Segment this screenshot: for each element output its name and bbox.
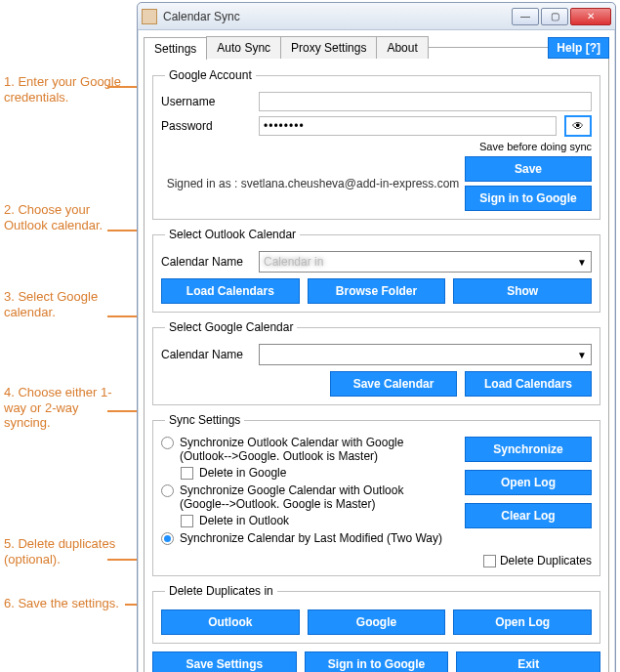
clear-log-button[interactable]: Clear Log [465, 503, 592, 528]
tab-settings[interactable]: Settings [144, 37, 207, 60]
gcal-legend: Select Google Calendar [165, 320, 297, 334]
radio-two-way[interactable] [161, 532, 174, 545]
bottom-signin-google-button[interactable]: Sign in to Google [305, 651, 449, 672]
outlook-calendar-group: Select Outlook Calendar Calendar Name Ca… [152, 228, 600, 313]
delete-dup-google-button[interactable]: Google [308, 609, 446, 635]
radio-two-way-label: Synchronize Calendar by Last Modified (T… [180, 531, 442, 545]
username-label: Username [161, 95, 251, 108]
outlook-calendar-name-label: Calendar Name [161, 255, 251, 269]
dup-open-log-button[interactable]: Open Log [453, 609, 592, 635]
eye-icon: 👁 [572, 119, 584, 133]
save-settings-button[interactable]: Save Settings [152, 651, 297, 672]
dup-legend: Delete Duplicates in [165, 584, 277, 598]
outlook-calendar-value: Calendar in [264, 255, 577, 269]
sync-legend: Sync Settings [165, 413, 244, 427]
maximize-button[interactable]: ▢ [541, 8, 568, 25]
google-account-group: Google Account Username Password 👁 Save … [152, 68, 600, 220]
checkbox-delete-duplicates[interactable] [483, 555, 496, 567]
radio-outlook-to-google[interactable] [161, 437, 174, 449]
delete-dup-outlook-button[interactable]: Outlook [161, 609, 300, 635]
save-before-sync-note: Save before doing sync [161, 141, 592, 152]
close-button[interactable]: ✕ [570, 8, 611, 25]
minimize-button[interactable]: — [512, 8, 539, 25]
delete-duplicates-label: Delete Duplicates [500, 554, 592, 567]
app-icon [142, 9, 157, 24]
radio-google-to-outlook-label: Synchronize Google Calendar with Outlook… [180, 483, 403, 511]
tab-proxy-settings[interactable]: Proxy Settings [280, 36, 377, 59]
load-google-calendars-button[interactable]: Load Calendars [465, 371, 592, 397]
radio-google-to-outlook[interactable] [161, 484, 174, 497]
delete-in-outlook-label: Delete in Outlook [199, 514, 289, 527]
annotation-3: 3. Select Google calendar. [4, 289, 121, 319]
synchronize-button[interactable]: Synchronize [465, 437, 592, 462]
reveal-password-button[interactable]: 👁 [564, 115, 592, 137]
delete-duplicates-group: Delete Duplicates in Outlook Google Open… [152, 584, 600, 644]
help-button[interactable]: Help [?] [548, 37, 609, 59]
annotation-5: 5. Delete duplicates (optional). [4, 536, 121, 567]
annotation-6: 6. Save the settings. [4, 596, 121, 611]
google-calendar-select[interactable]: ▼ [259, 344, 592, 365]
chevron-down-icon: ▼ [577, 257, 587, 268]
tab-about[interactable]: About [376, 36, 428, 59]
password-input[interactable] [259, 116, 557, 136]
signin-google-button[interactable]: Sign in to Google [465, 186, 592, 211]
sync-settings-group: Sync Settings Synchronize Outlook Calend… [152, 413, 600, 576]
save-google-calendar-button[interactable]: Save Calendar [330, 371, 457, 397]
radio-outlook-to-google-label: Synchronize Outlook Calendar with Google… [180, 436, 403, 463]
gcal-name-label: Calendar Name [161, 348, 251, 361]
outlook-legend: Select Outlook Calendar [165, 228, 300, 241]
outlook-calendar-select[interactable]: Calendar in ▼ [259, 251, 592, 273]
signed-in-text: Signed in as : svetlana.cheusheva@add-in… [161, 177, 465, 190]
annotation-2: 2. Choose your Outlook calendar. [4, 202, 121, 232]
checkbox-delete-in-outlook[interactable] [181, 515, 193, 527]
annotation-1: 1. Enter your Google credentials. [4, 74, 121, 105]
open-log-button[interactable]: Open Log [465, 470, 592, 495]
google-account-legend: Google Account [165, 68, 256, 82]
save-account-button[interactable]: Save [465, 156, 592, 182]
app-window: Calendar Sync — ▢ ✕ Settings Auto Sync P… [137, 2, 616, 672]
password-label: Password [161, 119, 251, 133]
browse-folder-button[interactable]: Browse Folder [308, 278, 446, 304]
load-outlook-calendars-button[interactable]: Load Calendars [161, 278, 300, 304]
titlebar[interactable]: Calendar Sync — ▢ ✕ [138, 3, 615, 30]
exit-button[interactable]: Exit [456, 651, 600, 672]
show-outlook-button[interactable]: Show [453, 278, 592, 304]
checkbox-delete-in-google[interactable] [181, 467, 193, 480]
username-input[interactable] [259, 92, 592, 111]
google-calendar-group: Select Google Calendar Calendar Name ▼ S… [152, 320, 600, 405]
delete-in-google-label: Delete in Google [199, 466, 286, 480]
chevron-down-icon: ▼ [577, 350, 587, 360]
window-title: Calendar Sync [163, 10, 512, 23]
tab-auto-sync[interactable]: Auto Sync [206, 36, 281, 59]
annotation-4: 4. Choose either 1-way or 2-way syncing. [4, 385, 121, 431]
